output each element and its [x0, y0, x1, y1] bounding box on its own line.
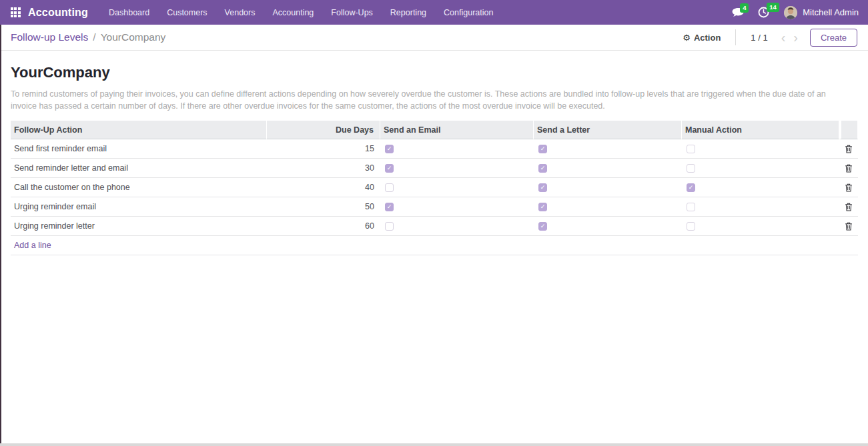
table-row[interactable]: Urging reminder letter 60	[11, 217, 858, 236]
trash-icon	[845, 183, 853, 192]
trash-icon	[845, 164, 853, 173]
due-days-cell[interactable]: 30	[267, 159, 380, 177]
due-days-cell[interactable]: 50	[267, 197, 380, 216]
page-title: YourCompany	[11, 64, 858, 81]
manual-action-checkbox[interactable]	[687, 203, 695, 211]
create-button[interactable]: Create	[810, 29, 857, 47]
action-menu-button[interactable]: ⚙ Action	[683, 33, 721, 43]
add-line-row: Add a line	[11, 236, 858, 255]
followup-description: To remind customers of paying their invo…	[11, 88, 843, 112]
menu-item-vendors[interactable]: Vendors	[216, 0, 264, 25]
pager-previous-button[interactable]: ‹	[781, 33, 786, 42]
due-days-cell[interactable]: 40	[267, 178, 380, 197]
send-letter-checkbox[interactable]	[538, 164, 547, 173]
menu-item-configuration[interactable]: Configuration	[435, 0, 502, 25]
user-avatar	[784, 6, 797, 19]
top-navbar: Accounting DashboardCustomersVendorsAcco…	[0, 0, 868, 25]
add-a-line-link[interactable]: Add a line	[14, 241, 51, 250]
column-header-followup-action[interactable]: Follow-Up Action	[11, 121, 267, 139]
activities-count-badge: 14	[767, 3, 779, 12]
menu-item-dashboard[interactable]: Dashboard	[100, 0, 158, 25]
user-menu-button[interactable]: Mitchell Admin	[784, 6, 859, 19]
followup-action-cell[interactable]: Call the customer on the phone	[11, 178, 267, 197]
window-left-edge	[0, 25, 1, 443]
gear-icon: ⚙	[683, 33, 691, 43]
trash-icon	[845, 222, 853, 231]
manual-action-checkbox[interactable]	[687, 145, 695, 153]
due-days-cell[interactable]: 60	[267, 217, 380, 235]
send-letter-checkbox[interactable]	[538, 222, 547, 231]
send-email-checkbox[interactable]	[385, 145, 394, 153]
send-letter-checkbox[interactable]	[538, 183, 547, 192]
activities-button[interactable]: 14	[758, 7, 769, 18]
delete-row-button[interactable]	[839, 178, 858, 197]
table-body: Send first reminder email 15 Send remind…	[11, 139, 858, 236]
systray: 4 14 Mitchell Admin	[718, 0, 868, 25]
table-row[interactable]: Urging reminder email 50	[11, 197, 858, 217]
user-name: Mitchell Admin	[803, 7, 859, 17]
column-header-send-letter[interactable]: Send a Letter	[534, 121, 682, 139]
delete-row-button[interactable]	[839, 197, 858, 216]
breadcrumb-current: YourCompany	[101, 31, 166, 43]
followup-action-cell[interactable]: Urging reminder email	[11, 197, 267, 216]
breadcrumb: Follow-up Levels / YourCompany	[11, 31, 165, 43]
action-label: Action	[694, 33, 721, 43]
due-days-cell[interactable]: 15	[267, 139, 380, 158]
breadcrumb-separator: /	[93, 31, 95, 43]
trash-icon	[845, 203, 853, 211]
manual-action-checkbox[interactable]	[687, 222, 695, 231]
table-row[interactable]: Send first reminder email 15	[11, 139, 858, 159]
apps-menu-button[interactable]	[4, 0, 27, 25]
menu-item-reporting[interactable]: Reporting	[382, 0, 435, 25]
control-panel: Follow-up Levels / YourCompany ⚙ Action …	[0, 25, 868, 51]
column-header-manual-action[interactable]: Manual Action	[682, 121, 839, 139]
delete-row-button[interactable]	[839, 159, 858, 177]
followup-levels-table: Follow-Up Action Due Days Send an Email …	[11, 121, 858, 255]
delete-row-button[interactable]	[839, 217, 858, 235]
send-email-checkbox[interactable]	[385, 183, 394, 192]
table-row[interactable]: Call the customer on the phone 40	[11, 178, 858, 197]
send-letter-checkbox[interactable]	[538, 203, 547, 211]
table-row[interactable]: Send reminder letter and email 30	[11, 159, 858, 178]
send-letter-checkbox[interactable]	[538, 145, 547, 153]
control-panel-divider	[735, 29, 736, 45]
pager-value: 1 / 1	[751, 33, 767, 43]
followup-action-cell[interactable]: Urging reminder letter	[11, 217, 267, 235]
pager-next-button[interactable]: ›	[793, 33, 798, 42]
menu-item-accounting[interactable]: Accounting	[264, 0, 322, 25]
apps-grid-icon	[11, 7, 21, 17]
window-bottom-edge	[0, 443, 868, 446]
send-email-checkbox[interactable]	[385, 164, 394, 173]
messages-count-badge: 4	[740, 3, 749, 13]
table-header-row: Follow-Up Action Due Days Send an Email …	[11, 121, 858, 139]
send-email-checkbox[interactable]	[385, 222, 394, 231]
breadcrumb-parent-link[interactable]: Follow-up Levels	[11, 31, 88, 43]
app-brand[interactable]: Accounting	[27, 7, 95, 19]
column-header-delete	[839, 121, 858, 139]
messages-button[interactable]: 4	[731, 7, 745, 18]
send-email-checkbox[interactable]	[385, 203, 394, 211]
menu-item-customers[interactable]: Customers	[158, 0, 215, 25]
column-header-send-email[interactable]: Send an Email	[380, 121, 534, 139]
delete-row-button[interactable]	[839, 139, 858, 158]
trash-icon	[845, 145, 853, 153]
manual-action-checkbox[interactable]	[687, 164, 695, 173]
main-menu: DashboardCustomersVendorsAccountingFollo…	[100, 0, 502, 25]
followup-action-cell[interactable]: Send reminder letter and email	[11, 159, 267, 177]
manual-action-checkbox[interactable]	[687, 183, 695, 192]
form-sheet: YourCompany To remind customers of payin…	[0, 64, 868, 255]
menu-item-follow-ups[interactable]: Follow-Ups	[322, 0, 382, 25]
followup-action-cell[interactable]: Send first reminder email	[11, 139, 267, 158]
column-header-due-days[interactable]: Due Days	[267, 121, 380, 139]
